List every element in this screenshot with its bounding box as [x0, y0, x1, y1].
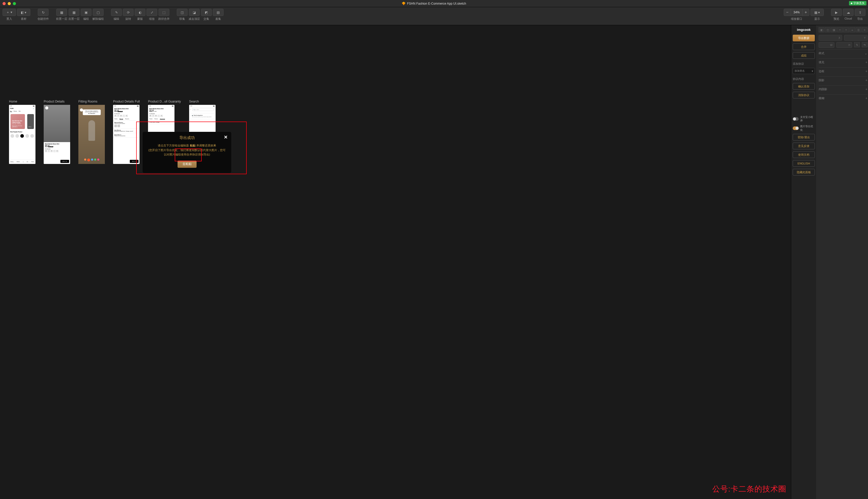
login-logout-button[interactable]: 登陆/退出: [793, 134, 815, 141]
confirm-add-button[interactable]: 确认添加: [793, 83, 815, 90]
play-icon: ▶: [835, 11, 838, 14]
edit-button[interactable]: ✎: [111, 9, 122, 16]
hide-panel-button[interactable]: 隐藏此面板: [793, 169, 815, 175]
zoom-out-button[interactable]: −: [784, 9, 791, 16]
merge-button[interactable]: 合并: [793, 44, 815, 50]
artboard-home[interactable]: Home 9:41▮▮▮ FSHN🛒 ManWomanKids Get 25 %…: [9, 100, 35, 164]
blur-section[interactable]: 模糊+: [819, 94, 868, 102]
flip-icon[interactable]: ⇆: [862, 42, 868, 47]
lock-aspect-icon[interactable]: ⇅: [854, 42, 860, 47]
union-icon: ◫: [181, 11, 184, 14]
alipay-miniapp-toggle[interactable]: [793, 117, 799, 121]
inner-shadow-section[interactable]: 内阴影+: [819, 85, 868, 93]
group-button[interactable]: 成组: [793, 52, 815, 59]
scale-button[interactable]: ⤢: [146, 9, 157, 16]
insert-group: ＋ ▾ 置入: [2, 9, 16, 21]
send-backward-icon: ▦: [72, 11, 75, 14]
zoom-in-button[interactable]: +: [802, 9, 809, 16]
watermark-text: 公号:卡二条的技术圈: [712, 484, 786, 495]
modal-title: 导出成功: [147, 135, 227, 140]
feedback-button[interactable]: 意见反馈: [793, 143, 815, 149]
add-icon: +: [866, 69, 868, 73]
artboard-product-details[interactable]: Product Details Black Mamba Sleeve Shirt…: [44, 100, 70, 164]
modal-body: 请点击下方按钮去编辑器 粘贴 并调整还原效果 (您开启了图片导出优化，我们将使用…: [147, 143, 227, 157]
artboard-label: Product Details Full: [113, 100, 140, 103]
body-outline-icon: [88, 120, 95, 141]
preview-button[interactable]: ▶: [831, 9, 842, 16]
align-center-button[interactable]: ◫: [825, 27, 831, 32]
english-button[interactable]: ENGLISH: [793, 160, 815, 167]
sketch-file-icon: [402, 2, 405, 5]
export-icon: ⇪: [859, 11, 861, 14]
canvas[interactable]: Home 9:41▮▮▮ FSHN🛒 ManWomanKids Get 25 %…: [0, 25, 791, 499]
view-button[interactable]: ▦ ▾: [810, 9, 824, 16]
artboard-label: Fitting Rooms: [78, 100, 105, 103]
rotate-button[interactable]: ⟳: [123, 9, 134, 16]
style-section[interactable]: 样式⌄: [819, 49, 868, 57]
shadow-section[interactable]: 阴影+: [819, 76, 868, 84]
layers-button[interactable]: ◧ ▾: [17, 9, 30, 16]
chevron-down-icon: ⌄: [865, 51, 868, 55]
add-icon: +: [866, 96, 868, 100]
artboard-frame: Place your body according the reference …: [78, 105, 105, 164]
missing-fonts-badge[interactable]: 字体丢失: [849, 1, 867, 5]
backward-button[interactable]: ▦: [69, 9, 80, 16]
flatten-button[interactable]: ⬚: [159, 9, 169, 16]
mask-button[interactable]: ◐: [135, 9, 145, 16]
distribute-h-button[interactable]: |||: [856, 27, 861, 32]
group-button[interactable]: ▣: [81, 9, 91, 16]
artboard-fitting-rooms[interactable]: Fitting Rooms Place your body according …: [78, 100, 105, 164]
difference-icon: ▧: [217, 11, 220, 14]
intersect-icon: ◩: [205, 11, 208, 14]
artboard-frame: 9:41▮▮▮ Black Mamba Sleeve ShirtRM 120RM…: [113, 105, 139, 164]
minimize-window-button[interactable]: [8, 2, 11, 5]
artboard-product-details-full[interactable]: Product Details Full 9:41▮▮▮ Black Mamba…: [113, 100, 140, 164]
add-icon: +: [866, 78, 868, 82]
zoom-value[interactable]: 34%: [791, 9, 802, 16]
artboard-label: Search: [189, 100, 216, 103]
h-input[interactable]: H: [836, 42, 852, 48]
align-left-button[interactable]: |◧: [819, 27, 824, 32]
align-bottom-button[interactable]: ⫨: [849, 27, 855, 32]
union-button[interactable]: ◫: [177, 9, 187, 16]
fullscreen-window-button[interactable]: [13, 2, 16, 5]
ungroup-button[interactable]: ▢: [93, 9, 103, 16]
fill-section[interactable]: 填充+: [819, 58, 868, 66]
imgcook-plugin-panel: imgcook 导出数据 合并 成组 添加协议 添加类名▾ 协议内容 确认添加 …: [791, 25, 817, 499]
difference-button[interactable]: ▧: [213, 9, 223, 16]
alignment-controls: |◧ ◫ ◨| ⫧ ⫩ ⫨ ||| ≡: [819, 27, 868, 32]
artboard-label: Product Details: [44, 100, 70, 103]
cloud-button[interactable]: ☁: [843, 9, 854, 16]
ungroup-icon: ▢: [97, 11, 100, 14]
w-input[interactable]: W: [819, 42, 834, 48]
y-input[interactable]: Y: [844, 35, 868, 40]
add-icon: +: [866, 60, 868, 64]
add-class-select[interactable]: 添加类名▾: [793, 68, 815, 74]
align-top-button[interactable]: ⫧: [837, 27, 843, 32]
bring-forward-icon: ▦: [60, 11, 63, 14]
distribute-v-button[interactable]: ≡: [862, 27, 868, 32]
go-paste-button[interactable]: 去粘贴: [178, 161, 197, 168]
export-data-button[interactable]: 导出数据: [793, 35, 815, 41]
create-symbol-button[interactable]: ↻: [38, 9, 49, 16]
create-symbol-label: 创建控件: [37, 17, 49, 21]
clear-protocol-button[interactable]: 清除协议: [793, 92, 815, 98]
close-window-button[interactable]: [2, 2, 5, 5]
cart-icon: 🛒: [33, 108, 34, 109]
protocol-content-label: 协议内容: [793, 77, 815, 81]
insert-button[interactable]: ＋ ▾: [2, 9, 16, 16]
x-input[interactable]: X: [819, 35, 842, 40]
modal-close-button[interactable]: ✕: [224, 134, 228, 140]
subtract-button[interactable]: ◪: [189, 9, 200, 16]
border-section[interactable]: 边框+: [819, 67, 868, 75]
export-button[interactable]: ⇪: [855, 9, 866, 16]
intersect-button[interactable]: ◩: [201, 9, 212, 16]
docs-button[interactable]: 使用文档: [793, 151, 815, 158]
align-middle-button[interactable]: ⫩: [843, 27, 849, 32]
flatten-icon: ⬚: [162, 11, 166, 14]
forward-button[interactable]: ▦: [56, 9, 67, 16]
align-right-button[interactable]: ◨|: [831, 27, 837, 32]
window-controls: [2, 2, 16, 5]
image-export-optimize-toggle[interactable]: [793, 126, 799, 130]
group-icon: ▣: [85, 11, 88, 14]
